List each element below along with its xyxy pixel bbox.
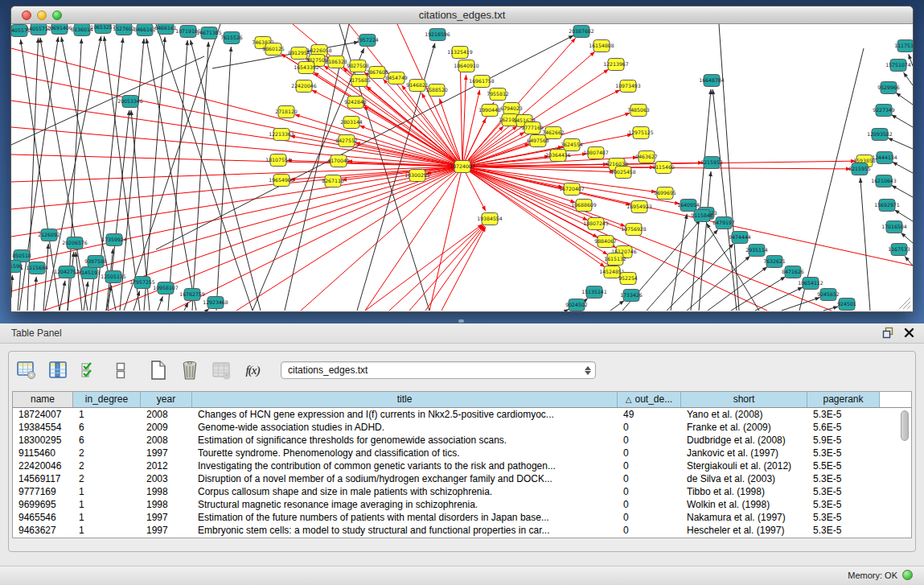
- graph-node[interactable]: 8454749: [385, 72, 408, 84]
- graph-node[interactable]: 19218596: [425, 29, 450, 41]
- graph-node[interactable]: 20206576: [62, 237, 88, 249]
- scrollbar-thumb[interactable]: [901, 410, 909, 441]
- graph-node[interactable]: 17957255: [129, 277, 155, 289]
- graph-node[interactable]: 7615526: [220, 32, 243, 44]
- graph-node[interactable]: 16954923: [626, 201, 652, 213]
- graph-node[interactable]: 1588520: [425, 84, 448, 97]
- graph-node[interactable]: 9397588: [84, 256, 107, 268]
- graph-node[interactable]: 18300295: [405, 170, 430, 182]
- memory-ok-icon[interactable]: [902, 570, 913, 580]
- graph-node[interactable]: 12975125: [628, 127, 654, 139]
- table-row[interactable]: 911546021997Tourette syndrome. Phenomeno…: [13, 447, 911, 459]
- graph-node[interactable]: 10653257: [90, 24, 116, 34]
- graph-node[interactable]: 7462662: [542, 127, 565, 139]
- graph-node[interactable]: 7957224: [356, 35, 379, 47]
- graph-node[interactable]: 16961758: [469, 76, 495, 88]
- citation-network-graph[interactable]: 1872400718300295193845547463822986012589…: [11, 24, 913, 311]
- graph-node[interactable]: 3175685: [348, 75, 371, 87]
- graph-node[interactable]: 9024502: [565, 299, 588, 311]
- graph-node[interactable]: 9884067: [594, 236, 617, 248]
- graph-node[interactable]: 20053346: [117, 96, 143, 108]
- column-header-in-degree[interactable]: in_degree: [73, 392, 141, 407]
- network-window-titlebar[interactable]: citations_edges.txt: [11, 6, 913, 24]
- table-row[interactable]: 977716911998Corpus callosum shape and si…: [13, 485, 911, 498]
- graph-node[interactable]: 9245652: [817, 289, 840, 301]
- graph-node[interactable]: 20691406: [47, 24, 72, 35]
- table-row[interactable]: 1872400712008Changes of HCN gene express…: [13, 408, 911, 421]
- graph-node[interactable]: 12213967: [603, 59, 629, 71]
- function-icon[interactable]: f(x): [241, 359, 264, 381]
- graph-node[interactable]: 12923468: [203, 297, 228, 309]
- column-header-pagerank[interactable]: pagerank: [807, 392, 880, 407]
- graph-node[interactable]: 952254: [618, 273, 638, 285]
- graph-node[interactable]: 1117534: [894, 40, 913, 52]
- graph-node[interactable]: 11325419: [447, 47, 473, 59]
- graph-node[interactable]: 391590: [11, 261, 23, 273]
- graph-node[interactable]: 1733426: [620, 290, 643, 302]
- table-row[interactable]: 2242004622012Investigating the contribut…: [13, 459, 911, 472]
- graph-node[interactable]: 15135141: [581, 286, 607, 299]
- graph-node[interactable]: 16154808: [589, 40, 614, 52]
- column-header-out-de-[interactable]: △out_de...: [618, 392, 681, 407]
- trash-icon[interactable]: [179, 359, 201, 381]
- column-header-year[interactable]: year: [141, 392, 192, 407]
- graph-node[interactable]: 17016504: [881, 221, 907, 233]
- graph-node[interactable]: 7955812: [487, 89, 509, 101]
- graph-node[interactable]: 16210643: [871, 175, 897, 187]
- column-highlight-icon[interactable]: [47, 359, 69, 381]
- graph-node[interactable]: 2935114: [745, 245, 768, 257]
- graph-node[interactable]: 9115460: [652, 162, 675, 174]
- graph-node[interactable]: 4170049: [327, 155, 350, 167]
- checklist-icon[interactable]: [78, 359, 101, 381]
- graph-node[interactable]: 19756928: [621, 224, 647, 236]
- graph-node[interactable]: 15751074: [885, 60, 911, 72]
- node-table[interactable]: namein_degreeyeartitle△out_de...shortpag…: [12, 391, 912, 538]
- graph-node[interactable]: 16648784: [699, 75, 725, 87]
- graph-node[interactable]: 9699695: [654, 187, 676, 200]
- graph-node[interactable]: 10688609: [571, 200, 597, 212]
- table-row[interactable]: 946362711997Embryonic stem cells: a mode…: [13, 524, 911, 537]
- graph-node[interactable]: 8427552: [335, 135, 358, 147]
- network-canvas[interactable]: 1872400718300295193845547463822986012589…: [11, 24, 913, 311]
- graph-node[interactable]: 18640910: [454, 60, 479, 72]
- table-row[interactable]: 1456911722003Disruption of a novel membe…: [13, 472, 911, 485]
- graph-node[interactable]: 9777169: [521, 122, 544, 134]
- graph-node[interactable]: 19384554: [477, 213, 503, 225]
- graph-node[interactable]: 1115684: [26, 262, 48, 274]
- graph-node[interactable]: 7632621: [763, 256, 786, 268]
- graph-node[interactable]: 2803144: [340, 117, 363, 129]
- graph-node[interactable]: 12042757: [54, 266, 80, 278]
- splitter-handle-icon[interactable]: [458, 319, 464, 323]
- table-row[interactable]: 946554611997Estimation of the future num…: [13, 511, 911, 524]
- graph-node[interactable]: 1990448: [478, 105, 501, 117]
- graph-node[interactable]: 9529966: [877, 82, 900, 94]
- graph-node[interactable]: 16782759: [179, 289, 205, 301]
- graph-node[interactable]: 2718120: [275, 106, 298, 118]
- graph-node[interactable]: 9242848: [344, 97, 367, 109]
- graph-node[interactable]: 18107554: [265, 154, 291, 167]
- table-selector-dropdown[interactable]: citations_edges.txt: [281, 361, 596, 379]
- graph-node[interactable]: 8186328: [325, 56, 347, 68]
- graph-node[interactable]: 12444134: [872, 152, 897, 164]
- graph-node[interactable]: 924501: [837, 299, 856, 311]
- close-panel-icon[interactable]: [904, 328, 914, 338]
- graph-node[interactable]: 8471626: [782, 266, 804, 278]
- graph-node[interactable]: 1527602: [113, 24, 135, 35]
- graph-node[interactable]: 6479197: [713, 217, 735, 229]
- graph-node[interactable]: 1145193: [78, 267, 101, 279]
- graph-node[interactable]: 2126092: [38, 229, 60, 241]
- graph-node[interactable]: 8215953: [700, 157, 723, 169]
- table-options-icon[interactable]: [15, 359, 38, 381]
- graph-node[interactable]: 9115846: [691, 210, 713, 222]
- graph-node[interactable]: 6466161: [154, 24, 177, 35]
- column-header-title[interactable]: title: [192, 392, 618, 407]
- float-panel-icon[interactable]: [882, 327, 894, 339]
- graph-node[interactable]: 9474444: [729, 232, 751, 244]
- graph-node[interactable]: 8267110: [322, 175, 344, 187]
- graph-node[interactable]: 8215955: [848, 163, 871, 175]
- graph-node[interactable]: 8466161: [133, 24, 156, 36]
- graph-node[interactable]: 9860125: [262, 43, 285, 56]
- graph-node[interactable]: 9463627: [635, 151, 658, 163]
- graph-node[interactable]: 10807487: [583, 147, 609, 159]
- network-view-window[interactable]: citations_edges.txt 18724007183002951938…: [10, 6, 914, 312]
